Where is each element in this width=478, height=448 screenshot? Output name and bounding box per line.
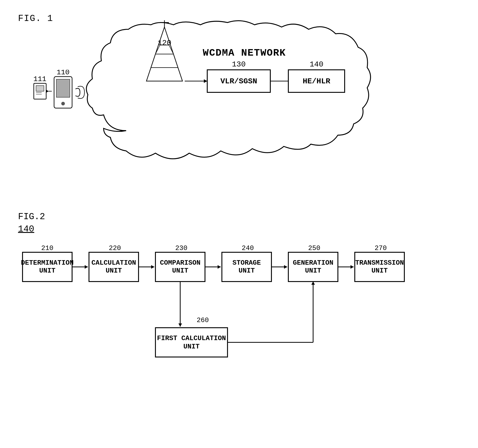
svg-marker-42 [151,265,154,269]
svg-marker-54 [284,265,287,269]
svg-text:UNIT: UNIT [371,267,388,275]
svg-marker-73 [311,282,315,285]
fig2-container: FIG.2 140 210 DETERMINATION UNIT 220 CAL… [18,212,460,432]
svg-text:130: 130 [232,60,245,69]
page-container: FIG. 1 [0,0,478,448]
svg-text:110: 110 [57,70,69,76]
svg-text:UNIT: UNIT [183,343,200,350]
svg-text:UNIT: UNIT [172,267,188,275]
svg-text:UNIT: UNIT [106,267,122,275]
svg-text:270: 270 [375,244,387,252]
svg-rect-21 [36,86,44,91]
fig1-container: FIG. 1 [18,13,460,198]
svg-text:240: 240 [242,244,254,252]
svg-text:220: 220 [109,244,121,252]
svg-marker-48 [218,265,221,269]
svg-text:STORAGE: STORAGE [233,259,261,267]
flow-diagram: 210 DETERMINATION UNIT 220 CALCULATION U… [18,230,469,410]
svg-text:140: 140 [309,60,323,69]
fig2-label: FIG.2 [18,212,460,222]
svg-marker-11 [204,79,207,83]
svg-text:UNIT: UNIT [39,267,55,275]
svg-text:260: 260 [197,316,209,324]
mobile-devices: 111 110 [31,70,110,133]
svg-text:GENERATION: GENERATION [293,259,333,267]
svg-text:HE/HLR: HE/HLR [303,77,330,86]
svg-point-29 [61,102,65,105]
svg-text:230: 230 [175,244,187,252]
cloud-shape: VLR/SGSN HE/HLR 120 130 140 [81,18,374,180]
svg-text:210: 210 [41,244,53,252]
svg-marker-36 [85,265,88,269]
svg-text:111: 111 [33,75,46,83]
svg-text:DETERMINATION: DETERMINATION [21,259,74,267]
svg-text:120: 120 [157,39,171,47]
svg-text:250: 250 [308,244,320,252]
svg-marker-60 [351,265,354,269]
svg-text:UNIT: UNIT [305,267,321,275]
svg-text:FIRST CALCULATION: FIRST CALCULATION [157,334,226,342]
svg-text:CALCULATION: CALCULATION [91,259,136,267]
svg-marker-66 [178,323,182,327]
svg-text:COMPARISON: COMPARISON [160,259,201,267]
svg-text:UNIT: UNIT [239,267,255,275]
wcdma-network-label: WCDMA NETWORK [203,47,286,59]
svg-text:VLR/SGSN: VLR/SGSN [220,77,257,86]
svg-rect-28 [56,79,70,97]
svg-rect-68 [155,328,227,357]
svg-text:TRANSMISSION: TRANSMISSION [355,259,404,267]
